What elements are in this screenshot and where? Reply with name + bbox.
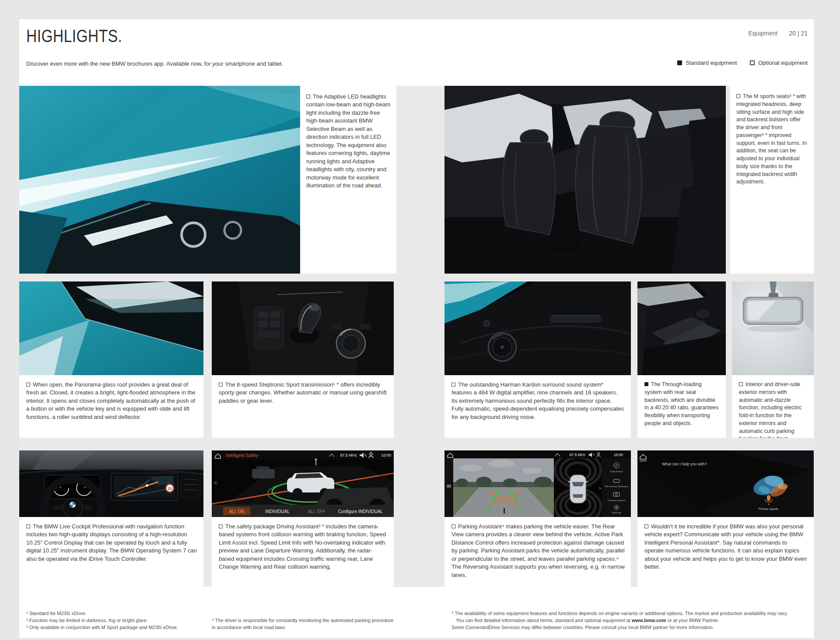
optional-equipment-icon	[750, 60, 755, 65]
seats-illustration	[444, 86, 726, 274]
footnote-4: ⁴ The driver is responsible for constant…	[212, 617, 396, 631]
feature-transmission-block: The 8-speed Steptronic Sport transmissio…	[212, 281, 394, 438]
feature-caption: The 8-speed Steptronic Sport transmissio…	[212, 375, 394, 405]
feature-through-loading-block: The Through-loading system with rear sea…	[637, 281, 726, 438]
feature-caption: The safety package Driving Assistant² * …	[212, 517, 394, 571]
footnotes-middle: ⁴ The driver is responsible for constant…	[212, 617, 396, 631]
parking-sidebar-menu: P Park Assist Reversing Assistant Camera…	[602, 458, 631, 517]
panorama-roof-illustration	[19, 281, 203, 375]
optional-checkbox-icon	[26, 524, 30, 528]
footnote-2: ² Function may be limited in darkness, f…	[26, 617, 178, 624]
standard-checkbox-icon	[644, 382, 648, 386]
headlight-illustration	[19, 86, 300, 274]
footnote-info: You can find detailed information about …	[452, 617, 814, 624]
intelligent-safety-screen: Intelligent Safety 87.5 MHz 10:00	[212, 450, 394, 517]
feature-text-driving-assistant: The safety package Driving Assistant² * …	[219, 523, 386, 570]
sidebar-settings: Settings	[612, 511, 621, 514]
header-right: Equipment20 | 21	[749, 30, 808, 37]
footnote-3: ³ Only available in conjunction with M S…	[26, 624, 178, 631]
screen-title: Intelligent Safety	[226, 453, 258, 458]
m-sport-seats-image	[444, 86, 726, 274]
feature-driving-assistant-block: Intelligent Safety 87.5 MHz 10:00	[212, 450, 394, 587]
footnote-availability: * The availability of some equipment fea…	[452, 610, 814, 617]
page-subtitle: Discover even more with the new BMW broc…	[26, 60, 283, 67]
optional-checkbox-icon	[452, 383, 455, 387]
personal-assistant-screen: What can I help you with? Please speak.	[637, 450, 814, 517]
assistant-prompt: What can I help you with?	[662, 462, 707, 466]
harman-kardon-illustration	[444, 281, 631, 375]
feature-personal-assistant-block: What can I help you with? Please speak. …	[637, 450, 814, 587]
feature-text-through-loading: The Through-loading system with rear sea…	[644, 381, 719, 426]
chevron-left-icon: <	[214, 479, 217, 486]
footnotes-left: ¹ Standard for M235i xDrive. ² Function …	[26, 610, 178, 631]
idrive-controller	[336, 329, 365, 358]
optional-checkbox-icon	[219, 524, 223, 528]
equipment-legend: Standard equipment Optional equipment	[677, 60, 808, 66]
feature-caption: The BMW Live Cockpit Professional with n…	[19, 517, 203, 563]
through-loading-illustration	[637, 281, 726, 375]
feature-text-transmission: The 8-speed Steptronic Sport transmissio…	[219, 381, 387, 404]
clock-time: 10:00	[381, 453, 391, 457]
feature-parking-assistant-block: 87.5 MHz 10:00	[444, 450, 631, 587]
menu-all-off: ALL OFF	[308, 509, 326, 514]
svg-text:P: P	[616, 464, 618, 467]
optional-checkbox-icon	[219, 383, 223, 387]
brochure-page: HIGHLIGHTS. Equipment20 | 21 Discover ev…	[19, 19, 814, 638]
optional-checkbox-icon	[452, 524, 455, 528]
feature-live-cockpit-block: 10 The BMW Live Cockpit Professional wit…	[19, 450, 203, 587]
standard-equipment-icon	[677, 60, 682, 65]
live-cockpit-illustration: 10	[19, 450, 203, 517]
park-distance-view: >	[554, 452, 602, 517]
footnote-connecteddrive: Some ConnectedDrive Services may differ …	[452, 624, 814, 631]
optional-checkbox-icon	[644, 524, 648, 528]
radio-frequency: 87.5 MHz	[340, 453, 357, 457]
optional-equipment-label: Optional equipment	[758, 60, 808, 66]
menu-all-on: ALL ON	[229, 509, 244, 514]
feature-caption: The outstanding Harman Kardon surround s…	[444, 375, 631, 421]
feature-caption: When open, the Panorama glass roof provi…	[19, 375, 203, 421]
optional-checkbox-icon	[306, 95, 310, 98]
legend-optional: Optional equipment	[750, 60, 808, 66]
car-topview-icon	[570, 475, 586, 503]
footnote-1: ¹ Standard for M235i xDrive.	[26, 610, 178, 617]
feature-caption: The Adaptive LED headlights contain low-…	[300, 86, 396, 190]
rearview-mirror-illustration	[732, 281, 814, 375]
bmw-url: www.bmw.com	[632, 618, 666, 623]
headlight-image	[19, 86, 300, 274]
page-title: HIGHLIGHTS.	[26, 26, 122, 46]
control-display: 10	[111, 473, 178, 500]
feature-caption: Wouldn't it be incredible if your BMW wa…	[637, 517, 814, 571]
feature-caption: Parking Assistant⁴ makes parking the veh…	[444, 517, 631, 579]
chevron-right-icon: >	[598, 485, 601, 491]
feature-text-m-sports-seats: The M sports seats³ * with integrated he…	[736, 93, 807, 185]
transmission-illustration	[212, 281, 394, 375]
safety-scene: <	[212, 459, 394, 506]
clock-time: 10:00	[614, 453, 623, 457]
feature-harman-kardon-block: The outstanding Harman Kardon surround s…	[444, 281, 631, 438]
equipment-label: Equipment	[749, 30, 778, 37]
safety-menu-bar: ALL ON INDIVIDUAL ALL OFF Configure INDI…	[212, 505, 394, 517]
feature-text-personal-assistant: Wouldn't it be incredible if your BMW wa…	[644, 523, 807, 570]
sidebar-camera-picture: Camera picture	[607, 499, 626, 502]
assistant-hint: Please speak.	[758, 507, 779, 511]
content-grid: The Adaptive LED headlights contain low-…	[19, 86, 814, 587]
optional-checkbox-icon	[736, 94, 740, 98]
feature-text-live-cockpit: The BMW Live Cockpit Professional with n…	[26, 523, 197, 562]
feature-text-mirrors: Interior and driver-side exterior mirror…	[739, 381, 802, 438]
feature-text-parking-assistant: Parking Assistant⁴ makes parking the veh…	[452, 523, 625, 578]
optional-checkbox-icon	[26, 383, 30, 387]
optional-checkbox-icon	[739, 382, 743, 386]
parking-assistant-screen: 87.5 MHz 10:00	[444, 450, 631, 517]
feature-adaptive-led-block: The Adaptive LED headlights contain low-…	[300, 86, 396, 274]
menu-configure-individual: Configure INDIVIDUAL	[338, 509, 383, 514]
sidebar-park-assist: Park Assist	[610, 470, 623, 473]
speaker-grille	[488, 333, 516, 361]
rear-camera-view	[453, 458, 554, 517]
menu-individual: INDIVIDUAL	[265, 509, 290, 514]
feature-caption: The M sports seats³ * with integrated he…	[730, 86, 814, 186]
feature-panorama-roof-block: When open, the Panorama glass roof provi…	[19, 281, 203, 438]
page-numbers: 20 | 21	[789, 30, 808, 37]
legend-standard: Standard equipment	[677, 60, 737, 66]
feature-caption: The Through-loading system with rear sea…	[637, 375, 726, 428]
feature-text-adaptive-led: The Adaptive LED headlights contain low-…	[306, 93, 390, 189]
